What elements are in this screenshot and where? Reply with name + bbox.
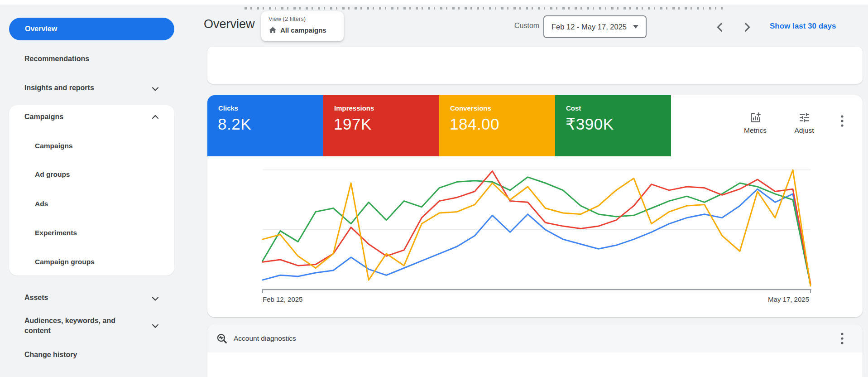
chevron-down-icon[interactable] [150,320,161,331]
account-diagnostics-title: Account diagnostics [234,334,296,343]
clipped-top-bar [0,0,868,5]
sidebar-item-recommendations[interactable]: Recommendations [24,53,89,64]
previous-period-button[interactable] [714,21,726,34]
sidebar-item-ad-groups[interactable]: Ad groups [35,169,70,180]
view-filter-count: View (2 filters) [269,15,306,22]
sidebar-item-ads[interactable]: Ads [35,198,48,209]
series-line-impressions [263,171,810,284]
chevron-down-icon[interactable] [150,83,161,94]
ai-feedback-bar: Google AI is experimental. Terms [207,47,863,84]
metric-tile-conversions[interactable]: Conversions 184.00 [439,95,555,156]
date-range-picker[interactable]: Feb 12 - May 17, 2025 [543,15,647,38]
sidebar-item-campaigns-group[interactable]: Campaigns [24,111,63,122]
tune-sliders-icon [798,111,810,124]
sidebar-item-campaign-groups[interactable]: Campaign groups [35,256,95,267]
metric-tile-impressions[interactable]: Impressions 197K [323,95,439,156]
x-axis-end-label: May 17, 2025 [768,295,809,303]
sidebar-item-assets[interactable]: Assets [24,292,48,303]
sidebar-item-label: Overview [25,25,57,33]
adjust-button[interactable]: Adjust [785,111,823,135]
view-filter-value: All campaigns [280,26,326,34]
time-series-line-chart[interactable] [263,170,810,297]
diagnostics-overflow-menu-button[interactable] [837,331,848,346]
view-filter-chip[interactable]: View (2 filters) All campaigns [261,11,344,41]
series-line-conversions [263,170,810,286]
next-period-button[interactable] [741,21,753,34]
chevron-down-icon[interactable] [150,293,161,304]
show-last-30-days-link[interactable]: Show last 30 days [770,22,836,31]
campaigns-nav-group: Campaigns Campaigns Ad groups Ads Experi… [9,105,174,276]
home-icon [269,26,277,34]
metrics-button[interactable]: Metrics [736,111,774,135]
clipped-text-fragments [245,7,723,10]
dropdown-arrow-icon [633,25,638,29]
metric-tile-clicks[interactable]: Clicks 8.2K [207,95,323,156]
page-title: Overview [204,17,255,31]
sidebar-item-insights-and-reports[interactable]: Insights and reports [24,82,94,93]
google-ads-overview-page: Overview Recommendations Insights and re… [0,0,868,377]
x-axis-start-label: Feb 12, 2025 [263,295,302,303]
metric-tile-cost[interactable]: Cost ₹390K [555,95,671,156]
metrics-chart-plus-icon [749,111,762,124]
diagnostics-pulse-search-icon [216,333,228,344]
account-diagnostics-header[interactable]: Account diagnostics [207,324,863,353]
sidebar-item-overview[interactable]: Overview [9,18,174,40]
date-range-mode-label: Custom [514,22,539,30]
sidebar-item-audiences-keywords-content[interactable]: Audiences, keywords, and content [24,316,120,336]
chart-overflow-menu-button[interactable] [837,113,848,129]
chevron-up-icon[interactable] [150,111,161,122]
sidebar-item-experiments[interactable]: Experiments [35,227,77,238]
account-diagnostics-card: Account diagnostics [207,324,863,377]
sidebar-item-campaigns[interactable]: Campaigns [35,140,73,151]
performance-chart-card: Clicks 8.2K Impressions 197K Conversions… [207,95,863,317]
date-range-value: Feb 12 - May 17, 2025 [551,23,627,31]
sidebar-item-change-history[interactable]: Change history [24,349,77,360]
